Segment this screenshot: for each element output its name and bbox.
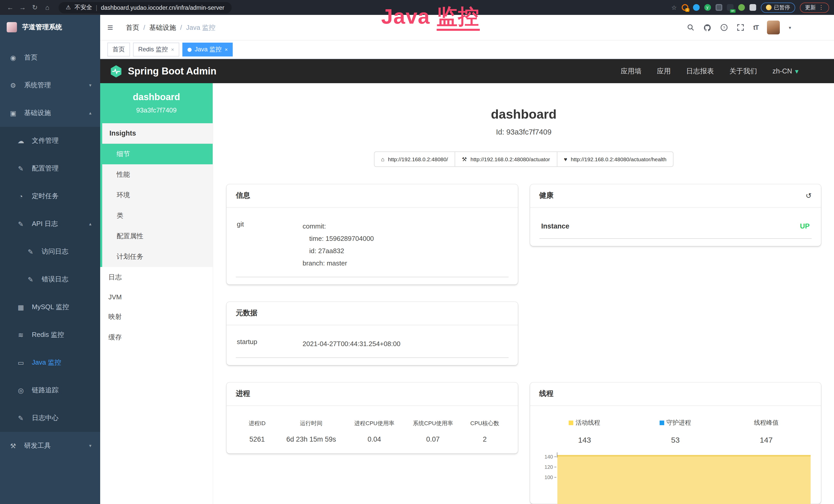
- annotation-java-monitor: Java 监控: [381, 3, 480, 31]
- extensions-puzzle-icon[interactable]: [749, 4, 756, 11]
- metadata-card: 元数据 startup 2021-04-27T00:44:31.254+08:0…: [226, 302, 518, 365]
- breadcrumb-infra[interactable]: 基础设施: [149, 23, 176, 32]
- sba-item-classes[interactable]: 类: [102, 205, 213, 226]
- spring-boot-admin-frame: Spring Boot Admin 应用墙 应用 日志报表 关于我们 zh-CN…: [100, 59, 834, 504]
- github-icon[interactable]: [703, 23, 711, 31]
- extension-icon[interactable]: y: [704, 4, 711, 11]
- sba-item-environment[interactable]: 环境: [102, 185, 213, 205]
- search-icon[interactable]: [687, 24, 695, 31]
- breadcrumb-home[interactable]: 首页: [126, 23, 139, 32]
- address-bar[interactable]: ⚠ 不安全 | dashboard.yudao.iocoder.cn/infra…: [59, 2, 232, 13]
- gear-icon: ⚙: [9, 82, 18, 89]
- sba-item-jvm[interactable]: JVM: [100, 288, 213, 306]
- process-card-title: 进程: [226, 383, 518, 406]
- sidebar-item-java-monitor[interactable]: ▭ Java 监控: [0, 349, 100, 376]
- sba-item-mappings[interactable]: 映射: [100, 306, 213, 327]
- locale-selector[interactable]: zh-CN ▾: [772, 67, 798, 75]
- sidebar-item-config-manage[interactable]: ✎ 配置管理: [0, 155, 100, 182]
- sba-item-logs[interactable]: 日志: [100, 267, 213, 288]
- back-icon[interactable]: ←: [5, 4, 16, 11]
- tab-home[interactable]: 首页: [107, 43, 130, 56]
- extension-icon[interactable]: 1: [681, 4, 688, 11]
- home-icon[interactable]: ⌂: [42, 4, 52, 11]
- instance-header: dashboard 93a3fc7f7409: [100, 83, 213, 123]
- hamburger-icon[interactable]: ≡: [107, 22, 120, 33]
- extension-icon[interactable]: [738, 4, 745, 11]
- browser-actions: ☆ 1 y on 已暂停 更新 ⋮: [671, 2, 829, 13]
- status-badge: UP: [800, 222, 810, 230]
- kebab-menu-icon[interactable]: ⋮: [818, 4, 824, 11]
- actuator-url-button[interactable]: ⚒ http://192.168.0.2:48080/actuator: [455, 152, 557, 167]
- extension-icon[interactable]: [715, 4, 722, 11]
- sidebar-item-access-log[interactable]: ✎ 访问日志: [0, 238, 100, 266]
- caret-down-icon[interactable]: ▾: [789, 25, 791, 30]
- sidebar-item-error-log[interactable]: ✎ 错误日志: [0, 266, 100, 293]
- trace-eye-icon: ◎: [17, 386, 25, 394]
- chevron-down-icon: ▾: [795, 68, 798, 75]
- sidebar-item-log-center[interactable]: ✎ 日志中心: [0, 404, 100, 432]
- not-secure-label: 不安全: [74, 4, 92, 11]
- screen: ← → ↻ ⌂ ⚠ 不安全 | dashboard.yudao.iocoder.…: [0, 0, 834, 504]
- app-logo[interactable]: 芋道管理系统: [0, 15, 100, 40]
- sidebar-item-api-log[interactable]: ✎ API 日志 ▴: [0, 210, 100, 238]
- peak-threads-value: 147: [721, 435, 812, 444]
- nav-app-wall[interactable]: 应用墙: [620, 67, 641, 76]
- extension-icon[interactable]: [693, 4, 699, 11]
- health-url-button[interactable]: ♥ http://192.168.0.2:48080/actuator/heal…: [556, 152, 674, 167]
- sba-item-details[interactable]: 细节: [102, 144, 213, 164]
- update-button[interactable]: 更新 ⋮: [800, 2, 829, 13]
- service-url-button[interactable]: ⌂ http://192.168.0.2:48080/: [374, 152, 455, 167]
- nav-about-us[interactable]: 关于我们: [729, 67, 757, 76]
- sidebar-item-home[interactable]: ◉ 首页: [0, 44, 100, 71]
- forward-icon[interactable]: →: [18, 4, 28, 11]
- sidebar-item-redis-monitor[interactable]: ≋ Redis 监控: [0, 321, 100, 349]
- history-icon[interactable]: ↺: [806, 191, 812, 200]
- info-card-title: 信息: [226, 184, 518, 208]
- fullscreen-icon[interactable]: [737, 24, 744, 31]
- nav-applications[interactable]: 应用: [657, 67, 671, 76]
- chevron-up-icon: ▴: [89, 110, 91, 116]
- sidebar-item-dev-tools[interactable]: ⚒ 研发工具 ▾: [0, 432, 100, 460]
- chevron-up-icon: ▴: [89, 221, 91, 226]
- tag-tabs-bar: 首页 Redis 监控 × Java 监控 ×: [100, 41, 834, 59]
- bookmark-star-icon[interactable]: ☆: [671, 4, 677, 11]
- sba-item-caches[interactable]: 缓存: [100, 327, 213, 348]
- metadata-card-title: 元数据: [226, 302, 518, 325]
- help-icon[interactable]: ?: [720, 24, 728, 31]
- sidebar-item-tracing[interactable]: ◎ 链路追踪: [0, 376, 100, 404]
- tab-redis-monitor[interactable]: Redis 监控 ×: [133, 43, 179, 56]
- extension-badge: 1: [685, 8, 689, 12]
- sba-sidebar: dashboard 93a3fc7f7409 Insights 细节 性能 环境…: [100, 83, 213, 504]
- table-row: startup 2021-04-27T00:44:31.254+08:00: [236, 334, 508, 358]
- sba-nav-links: 应用墙 应用 日志报表 关于我们 zh-CN ▾: [620, 67, 798, 76]
- sba-item-scheduled-tasks[interactable]: 计划任务: [102, 247, 213, 267]
- url-text[interactable]: dashboard.yudao.iocoder.cn/infra/admin-s…: [101, 4, 224, 10]
- sidebar-item-scheduled-jobs[interactable]: ◔ 定时任务: [0, 182, 100, 210]
- sidebar-item-mysql-monitor[interactable]: ▦ MySQL 监控: [0, 293, 100, 321]
- sba-item-metrics[interactable]: 性能: [102, 164, 213, 185]
- close-icon[interactable]: ×: [171, 47, 174, 52]
- timer-icon: ◔: [17, 192, 25, 200]
- infra-submenu: ☁ 文件管理 ✎ 配置管理 ◔ 定时任务 ✎ API 日志 ▴: [0, 127, 100, 432]
- sba-brand[interactable]: Spring Boot Admin: [109, 65, 217, 78]
- update-label: 更新: [805, 4, 816, 11]
- daemon-threads-value: 53: [630, 435, 721, 444]
- extension-icon[interactable]: on: [727, 4, 733, 11]
- close-icon[interactable]: ×: [225, 47, 228, 52]
- avatar[interactable]: [767, 21, 780, 35]
- profile-paused-pill[interactable]: 已暂停: [761, 2, 795, 13]
- threads-area-chart: 140 120 100: [539, 452, 812, 497]
- sidebar-item-system[interactable]: ⚙ 系统管理 ▾: [0, 71, 100, 99]
- legend-swatch-daemon-threads: [660, 420, 664, 425]
- app-menu: ◉ 首页 ⚙ 系统管理 ▾ ▣ 基础设施 ▴ ☁ 文件管理: [0, 40, 100, 460]
- active-threads-value: 143: [539, 435, 630, 444]
- sba-main: dashboard Id: 93a3fc7f7409 ⌂ http://192.…: [213, 83, 834, 504]
- table-row: git commit: time: 1596289704000 id: 27aa…: [236, 216, 508, 277]
- sba-item-config-props[interactable]: 配置属性: [102, 226, 213, 247]
- sidebar-item-infra[interactable]: ▣ 基础设施 ▴: [0, 99, 100, 127]
- font-size-icon[interactable]: tT: [753, 24, 759, 31]
- sidebar-item-file-manage[interactable]: ☁ 文件管理: [0, 127, 100, 155]
- reload-icon[interactable]: ↻: [30, 4, 40, 11]
- tab-java-monitor[interactable]: Java 监控 ×: [182, 43, 233, 56]
- nav-log-report[interactable]: 日志报表: [686, 67, 714, 76]
